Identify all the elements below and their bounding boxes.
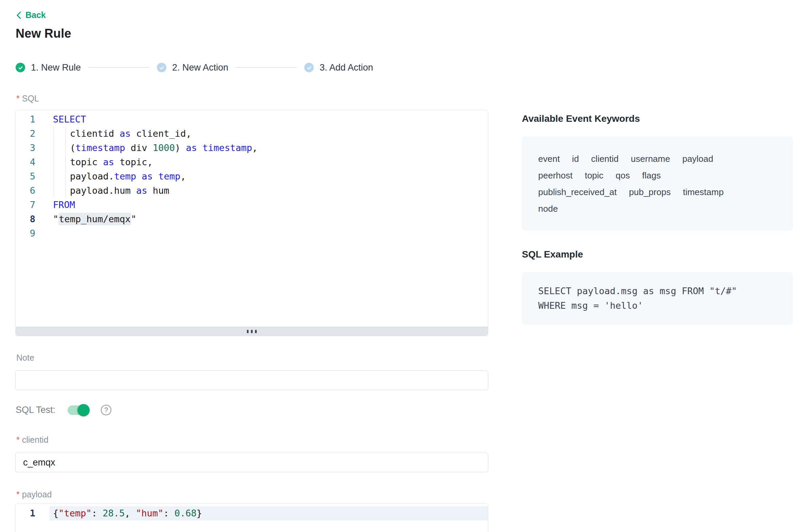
check-circle-icon bbox=[304, 63, 314, 72]
code-text: SELECT bbox=[50, 112, 488, 127]
step-label: 1. New Rule bbox=[31, 62, 81, 73]
step-label: 2. New Action bbox=[172, 62, 228, 73]
sql-editor[interactable]: 1SELECT2clientid as client_id,3(timestam… bbox=[15, 110, 488, 336]
required-asterisk: * bbox=[16, 435, 20, 444]
step-connector bbox=[236, 67, 297, 68]
keyword-row: eventidclientidusernamepayload bbox=[538, 151, 777, 167]
note-field-label: Note bbox=[16, 353, 34, 363]
line-number: 3 bbox=[16, 141, 50, 155]
event-keyword: event bbox=[538, 151, 560, 167]
indent-guide bbox=[65, 127, 66, 198]
code-text: "temp_hum/emqx" bbox=[50, 212, 488, 226]
sql-test-row: SQL Test: ? bbox=[16, 405, 111, 415]
clientid-field-label: *clientid bbox=[16, 435, 49, 445]
code-line[interactable]: 6payload.hum as hum bbox=[16, 184, 488, 198]
event-keyword: peerhost bbox=[538, 167, 572, 184]
required-asterisk: * bbox=[16, 490, 20, 499]
code-text: (timestamp div 1000) as timestamp, bbox=[50, 141, 488, 155]
event-keyword: topic bbox=[585, 167, 603, 184]
drag-dot bbox=[255, 330, 257, 333]
back-button[interactable]: Back bbox=[16, 10, 46, 20]
check-circle-icon bbox=[157, 63, 166, 72]
step-new-action[interactable]: 2. New Action bbox=[157, 62, 228, 73]
code-text: FROM bbox=[50, 198, 488, 212]
event-keyword: payload bbox=[682, 151, 713, 167]
code-text: payload.hum as hum bbox=[50, 184, 488, 198]
drag-dot bbox=[251, 330, 253, 333]
required-asterisk: * bbox=[16, 94, 20, 103]
code-line[interactable]: 7FROM bbox=[16, 198, 488, 212]
event-keyword: flags bbox=[642, 167, 661, 184]
keywords-title: Available Event Keywords bbox=[522, 113, 793, 124]
help-icon[interactable]: ? bbox=[101, 405, 111, 415]
code-line[interactable]: 9 bbox=[16, 226, 488, 241]
line-number: 9 bbox=[16, 226, 50, 241]
page-title: New Rule bbox=[16, 26, 71, 41]
code-text: topic as topic, bbox=[50, 155, 488, 169]
code-line[interactable]: 1SELECT bbox=[16, 112, 488, 127]
line-number: 7 bbox=[16, 198, 50, 212]
event-keyword: id bbox=[572, 151, 579, 167]
toggle-knob bbox=[77, 404, 90, 416]
sql-test-label: SQL Test: bbox=[16, 405, 55, 415]
event-keyword: clientid bbox=[591, 151, 619, 167]
keyword-row: peerhosttopicqosflags bbox=[538, 167, 777, 184]
event-keyword: publish_received_at bbox=[538, 184, 617, 201]
line-number: 1 bbox=[16, 506, 50, 520]
keywords-card: eventidclientidusernamepayloadpeerhostto… bbox=[522, 136, 793, 231]
clientid-input[interactable] bbox=[15, 453, 488, 472]
right-panel: Available Event Keywords eventidclientid… bbox=[522, 113, 793, 325]
keyword-row: publish_received_atpub_propstimestamp bbox=[538, 184, 777, 201]
event-keyword: pub_props bbox=[629, 184, 671, 201]
check-circle-icon bbox=[16, 63, 25, 72]
sql-example-line: SELECT payload.msg as msg FROM "t/#" bbox=[538, 284, 777, 298]
line-number: 5 bbox=[16, 169, 50, 184]
sql-example-title: SQL Example bbox=[522, 249, 793, 260]
keyword-row: node bbox=[538, 201, 777, 217]
line-number: 2 bbox=[16, 127, 50, 141]
code-text: clientid as client_id, bbox=[50, 127, 488, 141]
code-line[interactable]: 4topic as topic, bbox=[16, 155, 488, 169]
step-add-action[interactable]: 3. Add Action bbox=[304, 62, 373, 73]
back-label: Back bbox=[25, 10, 46, 20]
step-label: 3. Add Action bbox=[320, 62, 373, 73]
code-line[interactable]: 8"temp_hum/emqx" bbox=[16, 212, 488, 226]
line-number: 1 bbox=[16, 112, 50, 127]
step-indicator: 1. New Rule 2. New Action 3. Add Action bbox=[16, 62, 373, 73]
sql-example-card: SELECT payload.msg as msg FROM "t/#"WHER… bbox=[522, 272, 793, 325]
drag-dot bbox=[247, 330, 249, 333]
code-line[interactable]: 3(timestamp div 1000) as timestamp, bbox=[16, 141, 488, 155]
code-text bbox=[50, 226, 488, 241]
sql-example-line: WHERE msg = 'hello' bbox=[538, 298, 777, 313]
code-line[interactable]: 2clientid as client_id, bbox=[16, 127, 488, 141]
editor-resize-handle[interactable] bbox=[16, 327, 488, 336]
step-new-rule[interactable]: 1. New Rule bbox=[16, 62, 81, 73]
chevron-left-icon bbox=[16, 11, 22, 19]
line-number: 4 bbox=[16, 155, 50, 169]
event-keyword: timestamp bbox=[683, 184, 724, 201]
note-input[interactable] bbox=[15, 370, 488, 390]
indent-guide bbox=[54, 127, 54, 198]
line-number: 6 bbox=[16, 184, 50, 198]
code-text: {"temp": 28.5, "hum": 0.68} bbox=[50, 506, 488, 520]
code-line[interactable]: 5payload.temp as temp, bbox=[16, 169, 488, 184]
line-number: 8 bbox=[16, 212, 50, 226]
step-connector bbox=[88, 67, 149, 68]
payload-field-label: *payload bbox=[16, 490, 52, 499]
sql-field-label: *SQL bbox=[16, 94, 39, 103]
code-text: payload.temp as temp, bbox=[50, 169, 488, 184]
event-keyword: node bbox=[538, 201, 558, 217]
sql-test-toggle[interactable] bbox=[68, 405, 89, 415]
new-rule-page: Back New Rule 1. New Rule 2. New Action … bbox=[0, 0, 800, 532]
event-keyword: qos bbox=[616, 167, 630, 184]
event-keyword: username bbox=[631, 151, 670, 167]
payload-editor[interactable]: 1{"temp": 28.5, "hum": 0.68} bbox=[15, 503, 488, 532]
code-line[interactable]: 1{"temp": 28.5, "hum": 0.68} bbox=[16, 506, 488, 520]
